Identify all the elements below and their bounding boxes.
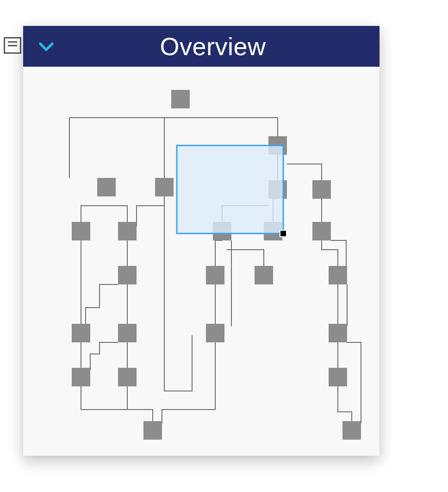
graph-edge xyxy=(106,206,127,222)
graph-edge xyxy=(227,250,264,266)
graph-edge xyxy=(180,118,278,136)
graph-edge xyxy=(287,164,322,180)
graph-edge xyxy=(86,284,118,326)
graph-edge xyxy=(347,342,361,423)
graph-node[interactable] xyxy=(329,368,347,386)
chevron-down-icon[interactable] xyxy=(36,36,56,57)
background-node-icon xyxy=(4,37,21,54)
graph-edge xyxy=(215,240,222,266)
graph-node[interactable] xyxy=(171,90,190,108)
graph-node[interactable] xyxy=(155,178,174,196)
graph-edge xyxy=(90,342,118,370)
graph-node[interactable] xyxy=(329,266,347,284)
graph-canvas[interactable] xyxy=(23,67,380,456)
graph-edge xyxy=(162,342,215,423)
graph-node[interactable] xyxy=(72,222,90,240)
graph-edge xyxy=(338,386,352,421)
graph-node[interactable] xyxy=(312,180,331,199)
graph-node[interactable] xyxy=(97,178,116,196)
graph-node[interactable] xyxy=(143,421,162,440)
overview-panel-title: Overview xyxy=(73,32,353,61)
graph-edge xyxy=(81,206,106,222)
graph-edge xyxy=(322,240,338,266)
graph-node[interactable] xyxy=(118,266,137,284)
graph-node[interactable] xyxy=(118,324,137,342)
graph-node[interactable] xyxy=(206,324,224,342)
graph-node[interactable] xyxy=(206,266,224,284)
graph-node[interactable] xyxy=(342,421,361,440)
graph-node[interactable] xyxy=(72,324,90,342)
graph-node[interactable] xyxy=(118,368,137,386)
minimap-viewport[interactable] xyxy=(177,145,283,233)
graph-edge xyxy=(137,206,164,227)
overview-panel: Overview xyxy=(23,26,380,456)
overview-minimap[interactable] xyxy=(23,67,380,456)
overview-panel-header[interactable]: Overview xyxy=(23,26,380,67)
graph-node[interactable] xyxy=(255,266,273,284)
graph-node[interactable] xyxy=(329,324,347,342)
graph-node[interactable] xyxy=(312,222,331,240)
minimap-viewport-resize-handle[interactable] xyxy=(280,230,286,237)
graph-edge xyxy=(81,386,153,421)
graph-node[interactable] xyxy=(72,368,90,386)
graph-node[interactable] xyxy=(118,222,137,240)
